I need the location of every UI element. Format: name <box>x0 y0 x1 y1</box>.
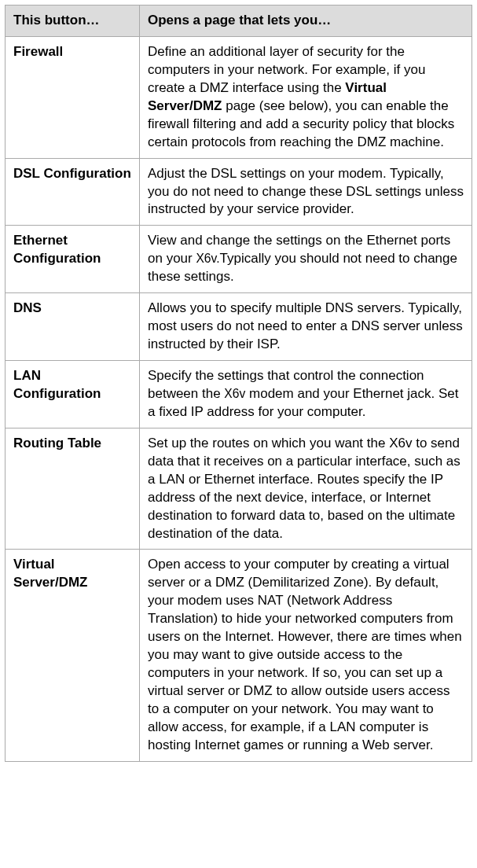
row-desc-lan: Specify the settings that control the co… <box>140 361 472 428</box>
table-header-row: This button… Opens a page that lets you… <box>6 6 472 37</box>
settings-table: This button… Opens a page that lets you…… <box>5 5 472 762</box>
table-row: DNS Allows you to specify multiple DNS s… <box>6 293 472 361</box>
text-small: X6v <box>224 387 245 400</box>
table-row: Virtual Server/DMZ Open access to your c… <box>6 550 472 761</box>
row-desc-dns: Allows you to specify multiple DNS serve… <box>140 293 472 361</box>
table-row: Ethernet Configuration View and change t… <box>6 226 472 293</box>
row-label-dns: DNS <box>6 293 140 361</box>
row-desc-ethernet: View and change the settings on the Ethe… <box>140 226 472 293</box>
row-label-dmz: Virtual Server/DMZ <box>6 550 140 761</box>
table-row: Routing Table Set up the routes on which… <box>6 428 472 550</box>
row-desc-dmz: Open access to your computer by creating… <box>140 550 472 761</box>
table-row: Firewall Define an additional layer of s… <box>6 36 472 158</box>
row-label-routing: Routing Table <box>6 428 140 550</box>
row-label-ethernet: Ethernet Configuration <box>6 226 140 293</box>
row-desc-dsl: Adjust the DSL settings on your modem. T… <box>140 158 472 226</box>
text-small: X6v. <box>196 252 219 265</box>
header-col2: Opens a page that lets you… <box>140 6 472 37</box>
row-desc-firewall: Define an additional layer of security f… <box>140 36 472 158</box>
table-row: LAN Configuration Specify the settings t… <box>6 361 472 428</box>
page-container: This button… Opens a page that lets you…… <box>0 0 477 868</box>
header-col1: This button… <box>6 6 140 37</box>
row-label-firewall: Firewall <box>6 36 140 158</box>
row-label-lan: LAN Configuration <box>6 361 140 428</box>
row-desc-routing: Set up the routes on which you want the … <box>140 428 472 550</box>
row-label-dsl: DSL Configuration <box>6 158 140 226</box>
table-row: DSL Configuration Adjust the DSL setting… <box>6 158 472 226</box>
